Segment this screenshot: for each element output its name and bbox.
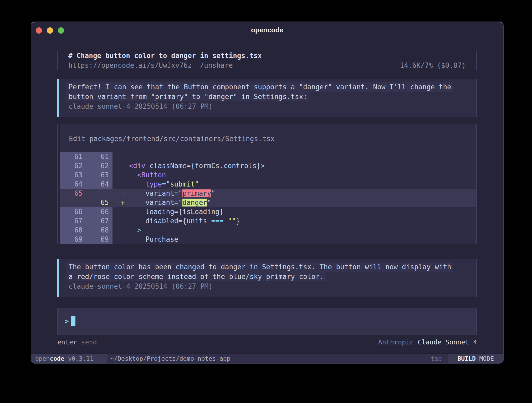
diff-row: 65 + variant="danger" (60, 198, 476, 207)
new-line-number: 67 (86, 216, 112, 226)
section-right-rail (476, 308, 477, 335)
code-line: disabled={units === ""} (112, 216, 476, 226)
send-action-hint: send (81, 338, 97, 346)
message-model-timestamp: claude-sonnet-4-20250514 (06:27 PM) (69, 282, 466, 291)
new-line-number: 66 (86, 207, 112, 216)
new-line-number: 61 (86, 152, 112, 161)
code-line: + variant="danger" (112, 198, 476, 207)
old-line-number: 61 (60, 152, 86, 161)
diff-row: 6363 <Button (60, 170, 476, 180)
message-model-timestamp: claude-sonnet-4-20250514 (06:27 PM) (69, 102, 466, 111)
provider-label: Anthropic (378, 338, 414, 346)
new-line-number: 63 (86, 170, 112, 180)
old-line-number: 62 (60, 161, 86, 170)
text-cursor (71, 316, 75, 326)
enter-key-hint: enter (57, 338, 77, 346)
new-line-number: 62 (86, 161, 112, 170)
new-line-number: 64 (86, 180, 112, 189)
diff-row: 6161 (60, 152, 476, 161)
old-line-number: 63 (60, 170, 86, 180)
edit-tool-section: Edit packages/frontend/src/containers/Se… (57, 124, 477, 244)
section-right-rail (476, 79, 477, 117)
section-right-rail (476, 51, 477, 70)
old-line-number: 65 (60, 189, 86, 198)
code-line: type="submit" (112, 180, 476, 189)
old-line-number: 66 (60, 207, 86, 216)
code-line: loading={isLoading} (112, 207, 476, 216)
diff-row: 6666 loading={isLoading} (60, 207, 476, 216)
mode-name: BUILD (458, 355, 476, 362)
code-line: > (112, 226, 476, 235)
edit-card-header: Edit packages/frontend/src/containers/Se… (60, 124, 476, 152)
old-line-number: 64 (60, 180, 86, 189)
desktop-background: opencode # Change button color to danger… (0, 0, 532, 403)
working-directory: ~/Desktop/Projects/demo-notes-app (107, 354, 231, 363)
code-line: <div className={formCs.controls}> (112, 161, 476, 170)
app-name-code: code (50, 355, 64, 362)
window-title: opencode (31, 22, 503, 34)
new-line-number: 65 (86, 198, 112, 207)
old-line-number: 67 (60, 216, 86, 226)
edit-file-path: packages/frontend/src/containers/Setting… (89, 135, 274, 143)
zoom-window-button[interactable] (58, 27, 64, 34)
assistant-message: The button color has been changed to dan… (57, 259, 477, 297)
new-line-number (86, 189, 112, 198)
titlebar: opencode (31, 22, 503, 39)
diff-row: 6767 disabled={units === ""} (60, 216, 476, 226)
diff-row: 6464 type="submit" (60, 180, 476, 189)
token-cost-stats: 14.6K/7% ($0.07) (400, 61, 466, 70)
section-left-rail (57, 124, 58, 244)
assistant-message: Perfect! I can see that the Button compo… (57, 79, 477, 117)
section-right-rail (476, 124, 477, 244)
unshare-command: /unshare (200, 61, 233, 70)
old-line-number: 69 (60, 235, 86, 244)
prompt-section: > (57, 308, 477, 335)
edit-diff-card: Edit packages/frontend/src/containers/Se… (60, 124, 476, 244)
status-bar: opencode v0.3.11 ~/Desktop/Projects/demo… (31, 353, 503, 363)
session-title: # Change button color to danger in setti… (68, 51, 476, 61)
diff-body: 61616262 <div className={formCs.controls… (60, 152, 476, 244)
edit-action-label: Edit (69, 135, 85, 143)
message-text-line: button variant from "primary" to "danger… (66, 92, 309, 101)
code-line (112, 152, 476, 161)
code-line: <Button (112, 170, 476, 180)
diff-row: 6969 Purchase (60, 235, 476, 244)
message-text-line: Perfect! I can see that the Button compo… (66, 82, 453, 92)
diff-row: 6868 > (60, 226, 476, 235)
prompt-symbol: > (65, 316, 69, 326)
mode-suffix: MODE (476, 355, 494, 362)
share-url[interactable]: https://opencode.ai/s/UwJxv76z (68, 61, 192, 70)
minimize-window-button[interactable] (47, 27, 53, 34)
section-right-rail (476, 259, 477, 297)
tab-key-hint: tab (431, 354, 442, 363)
code-line: Purchase (112, 235, 476, 244)
prompt-input[interactable]: > (58, 308, 476, 335)
footer-hints: enter send Anthropic Claude Sonnet 4 (57, 338, 477, 347)
app-version: v0.3.11 (64, 355, 94, 362)
new-line-number: 68 (86, 226, 112, 235)
message-text-line: The button color has been changed to dan… (66, 262, 453, 272)
app-name-open: open (35, 355, 50, 362)
diff-row: 6262 <div className={formCs.controls}> (60, 161, 476, 170)
old-line-number (60, 198, 86, 207)
close-window-button[interactable] (36, 27, 42, 34)
old-line-number: 68 (60, 226, 86, 235)
diff-row: 65 - variant="primary" (60, 189, 476, 198)
app-window: opencode # Change button color to danger… (31, 22, 503, 363)
session-header: # Change button color to danger in setti… (57, 51, 477, 70)
code-line: - variant="primary" (112, 189, 476, 198)
message-text-line: a red/rose color scheme instead of the b… (66, 272, 326, 281)
app-version-segment: opencode v0.3.11 (31, 354, 107, 363)
new-line-number: 69 (86, 235, 112, 244)
mode-segment[interactable]: BUILD MODE (448, 354, 504, 363)
model-label: Claude Sonnet 4 (418, 338, 477, 346)
